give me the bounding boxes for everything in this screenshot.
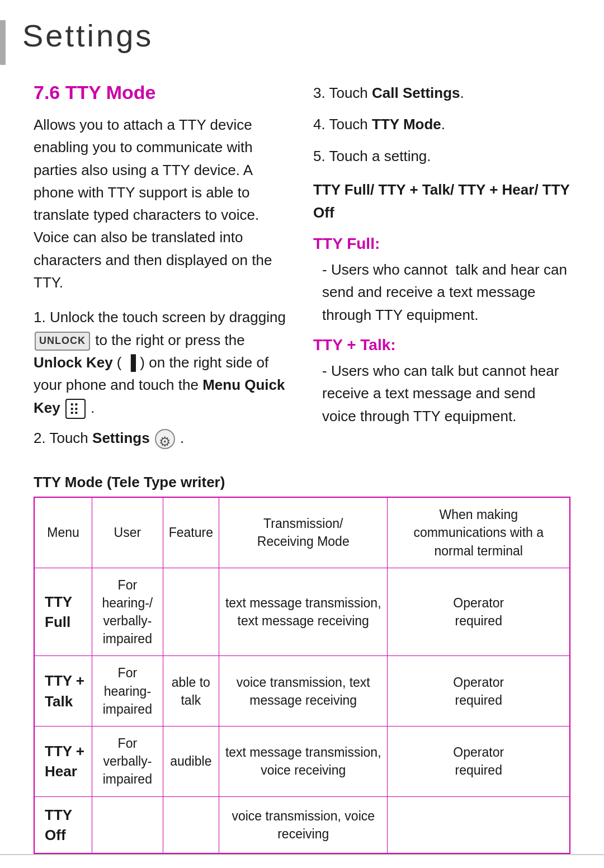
tty-full-section: TTY Full: - Users who cannot talk and he… (313, 235, 570, 326)
when-tty-full: Operatorrequired (388, 568, 570, 656)
feature-tty-talk: able totalk (163, 656, 219, 727)
user-tty-talk: For hearing-impaired (92, 656, 163, 727)
tty-mode-label: TTY Mode (372, 116, 441, 133)
footer: 112 COSMOS™ TOUCH (0, 854, 604, 868)
unlock-key-icon: UNLOCK (35, 332, 90, 351)
feature-tty-full (163, 568, 219, 656)
when-tty-off (388, 796, 570, 853)
transmission-tty-off: voice transmission, voice receiving (219, 796, 387, 853)
menu-quick-key-icon (65, 399, 86, 419)
step-1: 1. Unlock the touch screen by dragging U… (34, 306, 291, 418)
table-row-tty-off: TTY Off voice transmission, voice receiv… (34, 796, 570, 853)
section-title: 7.6 TTY Mode (34, 82, 291, 103)
col-feature: Feature (163, 497, 219, 568)
menu-tty-talk: TTY +Talk (34, 656, 92, 727)
page: Settings 7.6 TTY Mode Allows you to atta… (0, 0, 604, 868)
transmission-tty-hear: text message transmission, voice receivi… (219, 727, 387, 797)
step-2-period: . (180, 430, 184, 446)
when-tty-hear: Operatorrequired (388, 727, 570, 797)
tty-full-title: TTY Full: (313, 235, 570, 253)
tty-talk-desc: - Users who can talk but cannot hear rec… (313, 360, 570, 427)
tty-talk-title: TTY + Talk: (313, 336, 570, 354)
tty-mode-table: Menu User Feature Transmission/Receiving… (34, 497, 570, 854)
tty-options-title: TTY Full/ TTY + Talk/ TTY + Hear/ TTY Of… (313, 178, 570, 225)
page-title: Settings (22, 20, 153, 51)
feature-tty-off (163, 796, 219, 853)
unlock-key-label: Unlock Key (34, 354, 113, 371)
intro-text: Allows you to attach a TTY device enabli… (34, 114, 291, 294)
menu-tty-hear: TTY +Hear (34, 727, 92, 797)
step-4-text: 4. Touch TTY Mode. (313, 116, 445, 133)
step-1-num: 1. Unlock the touch screen by dragging (34, 309, 286, 326)
step-2-num: 2. Touch Settings (34, 430, 154, 446)
user-tty-hear: For verbally-impaired (92, 727, 163, 797)
call-settings-label: Call Settings (372, 84, 460, 101)
table-label: TTY Mode (Tele Type writer) (34, 474, 570, 491)
brand-name: COSMOS™ (68, 865, 187, 868)
when-tty-talk: Operatorrequired (388, 656, 570, 727)
tty-hear-menu-label: TTY +Hear (45, 743, 84, 780)
step-5: 5. Touch a setting. (313, 145, 570, 167)
tty-full-menu-label: TTY Full (45, 593, 72, 630)
settings-label: Settings (92, 430, 150, 446)
table-row-tty-talk: TTY +Talk For hearing-impaired able tota… (34, 656, 570, 727)
tty-full-desc: - Users who cannot talk and hear can sen… (313, 258, 570, 326)
user-tty-off (92, 796, 163, 853)
page-header: Settings (0, 0, 604, 65)
step-3-text: 3. Touch Call Settings. (313, 84, 464, 101)
tty-off-menu-label: TTY Off (45, 806, 72, 843)
step-4: 4. Touch TTY Mode. (313, 113, 570, 135)
col-menu: Menu (34, 497, 92, 568)
table-row-tty-full: TTY Full For hearing-/verbally-impaired … (34, 568, 570, 656)
transmission-tty-talk: voice transmission, text message receivi… (219, 656, 387, 727)
step-2: 2. Touch Settings . (34, 427, 291, 449)
right-column: 3. Touch Call Settings. 4. Touch TTY Mod… (313, 82, 570, 457)
table-section: TTY Mode (Tele Type writer) Menu User Fe… (0, 474, 604, 854)
user-tty-full: For hearing-/verbally-impaired (92, 568, 163, 656)
menu-tty-off: TTY Off (34, 796, 92, 853)
step-5-text: 5. Touch a setting. (313, 148, 431, 164)
feature-tty-hear: audible (163, 727, 219, 797)
tty-talk-menu-label: TTY +Talk (45, 672, 84, 709)
step-1-end: . (91, 399, 95, 416)
col-when: When making communications with a normal… (388, 497, 570, 568)
tty-options-box: TTY Full/ TTY + Talk/ TTY + Hear/ TTY Of… (313, 178, 570, 225)
tty-talk-section: TTY + Talk: - Users who can talk but can… (313, 336, 570, 427)
table-row-tty-hear: TTY +Hear For verbally-impaired audible … (34, 727, 570, 797)
step-3: 3. Touch Call Settings. (313, 82, 570, 104)
col-user: User (92, 497, 163, 568)
left-column: 7.6 TTY Mode Allows you to attach a TTY … (34, 82, 291, 457)
menu-tty-full: TTY Full (34, 568, 92, 656)
content-area: 7.6 TTY Mode Allows you to attach a TTY … (0, 82, 604, 457)
transmission-tty-full: text message transmission, text message … (219, 568, 387, 656)
accent-bar (0, 20, 6, 65)
cosmos-logo: COSMOS™ TOUCH (68, 865, 241, 868)
col-transmission: Transmission/Receiving Mode (219, 497, 387, 568)
table-header-row: Menu User Feature Transmission/Receiving… (34, 497, 570, 568)
settings-icon (155, 429, 175, 449)
